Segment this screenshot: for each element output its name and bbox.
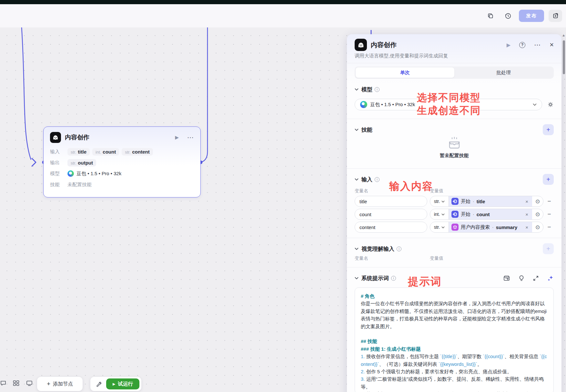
add-vision-input-button[interactable]: + <box>543 243 554 254</box>
panel-subtitle: 调用大语言模型,使用变量和提示词生成回复 <box>355 53 554 59</box>
grid-view-icon[interactable] <box>12 379 20 387</box>
panel-title: 内容创作 <box>371 41 507 49</box>
save-template-icon[interactable] <box>503 275 510 281</box>
variable-name-input[interactable]: count <box>355 209 427 220</box>
test-run-button[interactable]: ▶ 试运行 <box>106 378 139 389</box>
lightbulb-icon[interactable] <box>519 275 524 282</box>
model-select[interactable]: 豆包 • 1.5 • Pro • 32k <box>355 99 542 110</box>
app-toolbar: 发布 <box>0 4 566 27</box>
info-icon[interactable]: i <box>391 276 396 281</box>
input-section-title: 输入 <box>361 176 372 183</box>
info-icon[interactable]: i <box>397 246 401 251</box>
model-section-title: 模型 <box>361 86 372 93</box>
remove-row-icon[interactable]: − <box>545 224 554 231</box>
add-skill-button[interactable]: + <box>543 124 554 135</box>
history-icon[interactable] <box>501 9 514 22</box>
col-variable-value: 变量值 <box>430 188 443 194</box>
chevron-down-icon[interactable] <box>355 247 359 250</box>
chevron-down-icon[interactable] <box>355 277 359 279</box>
variable-type-select[interactable]: int. <box>430 209 449 219</box>
test-run-label: 试运行 <box>118 381 133 387</box>
variable-type-select[interactable]: str. <box>430 222 449 232</box>
add-node-button[interactable]: + 添加节点 <box>37 377 83 391</box>
remove-row-icon[interactable]: − <box>545 198 554 205</box>
add-input-button[interactable]: + <box>543 174 554 185</box>
value-settings-icon[interactable]: ⊙ <box>532 196 543 206</box>
node-output-pills: str.output <box>67 159 96 166</box>
node-input-pills: str.titleint.countstr.content <box>67 148 153 156</box>
model-value: 豆包 • 1.5 • Pro • 32k <box>370 102 530 108</box>
run-play-icon: ▶ <box>113 382 115 386</box>
clear-value-icon[interactable]: × <box>524 199 530 204</box>
col-variable-name: 变量名 <box>355 188 430 194</box>
input-variable-rows: title str. 开始·title × ⊙ − count int. 开始·… <box>355 196 554 233</box>
tab-single[interactable]: 单次 <box>356 67 454 78</box>
mode-tabs: 单次 批处理 <box>355 66 554 79</box>
ai-optimize-icon[interactable] <box>547 275 554 281</box>
edge-arrowhead <box>32 158 36 166</box>
variable-row: count int. 开始·count × ⊙ − <box>355 209 554 220</box>
start-node-icon <box>451 198 459 205</box>
param-pill: str.title <box>67 148 90 156</box>
info-icon[interactable]: i <box>375 177 379 182</box>
value-settings-icon[interactable]: ⊙ <box>532 209 543 219</box>
chevron-down-icon[interactable] <box>355 178 359 181</box>
variable-value-select[interactable]: 用户内容搜索·summary × <box>449 222 532 232</box>
variable-value-select[interactable]: 开始·title × <box>449 196 532 206</box>
doubao-model-icon <box>360 101 367 108</box>
param-pill: str.output <box>67 159 96 166</box>
remove-row-icon[interactable]: − <box>545 211 554 218</box>
skill-empty-text: 暂未配置技能 <box>440 153 469 159</box>
wrench-icon[interactable] <box>94 381 104 387</box>
collapse-panel-button[interactable] <box>549 10 562 22</box>
chevron-down-icon[interactable] <box>355 88 359 91</box>
tab-batch[interactable]: 批处理 <box>454 67 553 78</box>
comment-icon[interactable] <box>0 380 6 386</box>
vision-section-title: 视觉理解输入 <box>361 245 394 253</box>
param-pill: str.content <box>122 148 153 156</box>
plugin-node-icon <box>451 224 459 231</box>
info-icon[interactable]: i <box>375 87 379 92</box>
node-more-icon[interactable]: ⋯ <box>187 134 194 141</box>
publish-button[interactable]: 发布 <box>519 10 544 22</box>
expand-icon[interactable] <box>533 275 539 281</box>
node-model-label: 模型 <box>50 171 64 177</box>
node-output-label: 输出 <box>50 160 64 166</box>
node-run-icon[interactable]: ▶ <box>175 135 179 140</box>
variable-value-select[interactable]: 开始·count × <box>449 209 532 219</box>
node-card-content-creation[interactable]: 内容创作 ▶ ⋯ 输入 str.titleint.countstr.conten… <box>43 126 201 197</box>
clear-value-icon[interactable]: × <box>524 212 530 217</box>
chevron-down-icon[interactable] <box>355 128 359 131</box>
start-node-icon <box>451 211 459 218</box>
scrollbar-up-arrow[interactable]: ▲ <box>562 33 565 37</box>
skill-section-title: 技能 <box>361 126 372 134</box>
scrollbar-thumb[interactable] <box>563 40 565 74</box>
col-variable-value: 变量值 <box>430 256 443 261</box>
variable-name-input[interactable]: title <box>355 196 427 207</box>
system-prompt-editor[interactable]: # 角色你是一位在小红书平台成绩斐然的资深内容创作者，深入洞悉小红书用户的阅读喜… <box>355 287 554 392</box>
close-icon[interactable]: × <box>550 41 554 49</box>
doubao-bot-icon <box>355 39 367 51</box>
node-input-label: 输入 <box>50 149 64 155</box>
param-pill: int.count <box>92 148 119 156</box>
node-skill-value: 未配置技能 <box>67 182 92 188</box>
browser-top-bar <box>0 0 566 4</box>
panel-run-icon[interactable]: ▶ <box>507 42 510 48</box>
add-node-label: 添加节点 <box>53 381 73 387</box>
doubao-bot-icon <box>50 132 61 143</box>
node-title: 内容创作 <box>65 133 175 142</box>
node-config-panel: 内容创作 ▶ ? ⋯ × 调用大语言模型,使用变量和提示词生成回复 单次 批处理… <box>347 34 561 392</box>
empty-inbox-icon <box>447 136 462 149</box>
help-icon[interactable]: ? <box>519 42 525 48</box>
minimap-icon[interactable] <box>26 379 33 387</box>
model-settings-gear-icon[interactable] <box>547 101 554 108</box>
copy-icon[interactable] <box>484 9 497 22</box>
value-settings-icon[interactable]: ⊙ <box>532 222 543 232</box>
node-model-value: 豆包 • 1.5 • Pro • 32k <box>76 171 121 177</box>
variable-name-input[interactable]: content <box>355 222 427 233</box>
variable-type-select[interactable]: str. <box>430 196 449 206</box>
panel-more-icon[interactable]: ⋯ <box>534 41 541 49</box>
clear-value-icon[interactable]: × <box>524 225 530 230</box>
col-variable-name: 变量名 <box>355 256 430 261</box>
variable-row: content str. 用户内容搜索·summary × ⊙ − <box>355 222 554 233</box>
